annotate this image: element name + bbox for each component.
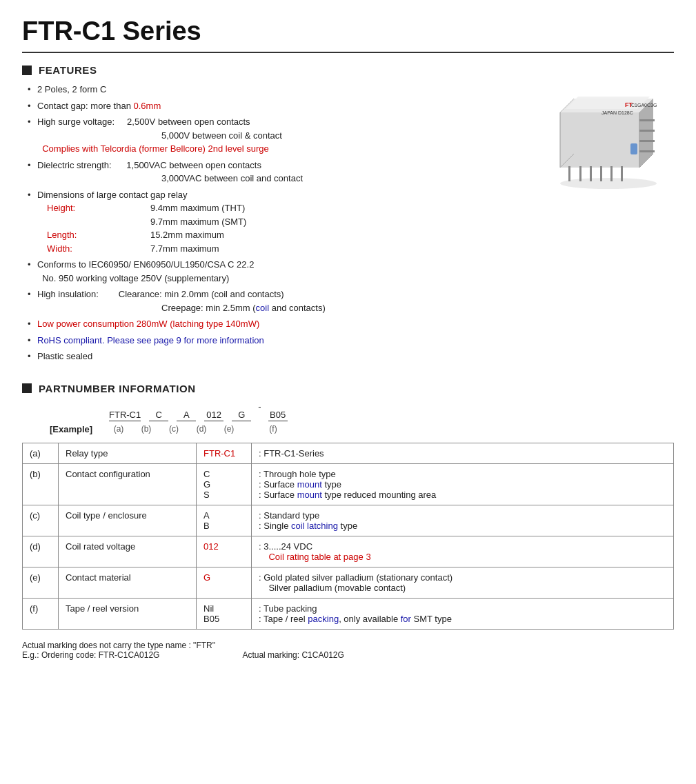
row-e-desc: Contact material (59, 567, 197, 598)
svg-point-0 (560, 178, 657, 189)
pn-value-d: 012 (204, 410, 223, 421)
feature-text-4: Dielectric strength: 1,500VAC between op… (37, 160, 261, 170)
svg-rect-16 (579, 166, 581, 181)
footer-notes: Actual marking does not carry the type n… (22, 641, 674, 660)
pn-part-a: FTR-C1 (105, 410, 145, 423)
table-row-e: (e) Contact material G : Gold plated sil… (23, 567, 674, 598)
pn-values-row: FTR-C1 C A 012 G - B05 (50, 401, 674, 423)
features-list: 2 Poles, 2 form C Contact gap: more than… (22, 83, 450, 363)
feature-text-2: Contact gap: more than 0.6mm (37, 101, 161, 111)
footer-line1: Actual marking does not carry the type n… (22, 641, 674, 650)
footer-actual: Actual marking: C1CA012G (242, 650, 344, 660)
feature-text-7b: Creepage: min 2.5mm (coil and contacts) (37, 303, 326, 313)
pn-letter-e-text: (e) (219, 424, 239, 434)
coil-text-7: coil (256, 303, 270, 313)
feature-item-3: High surge voltage: 2,500V between open … (28, 115, 450, 156)
pn-letter-f: (f) (259, 424, 287, 434)
row-f-id: (f) (23, 598, 59, 629)
feature-item-7: High insulation: Clearance: min 2.0mm (c… (28, 288, 450, 314)
pn-dash: - (255, 401, 264, 423)
row-b-id: (b) (23, 463, 59, 505)
row-f-desc: Tape / reel version (59, 598, 197, 629)
row-b-desc: Contact configuration (59, 463, 197, 505)
svg-rect-19 (610, 166, 613, 181)
pn-part-e: G (228, 410, 255, 423)
pn-icon (22, 383, 32, 393)
svg-rect-17 (590, 166, 592, 181)
svg-rect-4 (560, 112, 639, 168)
dim-height-value: 9.4mm maximum (THT) (150, 201, 450, 215)
pn-header: PARTNUMBER INFORMATION (22, 383, 674, 394)
row-b-code: CGS (197, 463, 252, 505)
feature-text-9: RoHS compliant. Please see page 9 for mo… (37, 335, 264, 345)
row-f-code: NilB05 (197, 598, 252, 629)
svg-rect-22 (639, 130, 655, 132)
pn-letter-b: (b) (132, 424, 160, 434)
row-c-desc: Coil type / enclosure (59, 505, 197, 536)
contact-gap-value: 0.6mm (133, 101, 161, 111)
pn-value-f: B05 (268, 410, 288, 421)
footer-line2: E.g.: Ordering code: FTR-C1CA012G Actual… (22, 650, 674, 660)
pn-example-label-text: [Example] (50, 424, 105, 434)
feature-text-1: 2 Poles, 2 form C (37, 84, 106, 94)
row-d-desc: Coil rated voltage (59, 536, 197, 567)
feature-item-6: Conforms to IEC60950/ EN60950/UL1950/CSA… (28, 258, 450, 285)
pn-table: (a) Relay type FTR-C1 : FTR-C1-Series (b… (22, 443, 674, 630)
pn-letter-b-text: (b) (137, 424, 156, 434)
feature-item-1: 2 Poles, 2 form C (28, 83, 450, 97)
feature-note-3: Complies with Telcordia (former Bellcore… (37, 143, 269, 154)
svg-rect-21 (639, 119, 655, 121)
pn-heading: PARTNUMBER INFORMATION (39, 383, 196, 394)
feature-text-5: Dimensions of large contact gap relay (37, 190, 188, 200)
relay-svg: FT C1GA0C3G JAPAN D128C (519, 68, 670, 192)
row-d-code: 012 (197, 536, 252, 567)
feature-item-10: Plastic sealed (28, 350, 450, 363)
footer-ordering: E.g.: Ordering code: FTR-C1CA012G (22, 650, 159, 660)
page-title: FTR-C1 Series (22, 17, 674, 46)
feature-text-6: Conforms to IEC60950/ EN60950/UL1950/CSA… (37, 259, 254, 270)
pn-part-f: B05 (264, 410, 292, 423)
dim-length-label: Length: (47, 228, 150, 242)
table-row-f: (f) Tape / reel version NilB05 : Tube pa… (23, 598, 674, 629)
row-e-id: (e) (23, 567, 59, 598)
table-row-c: (c) Coil type / enclosure AB : Standard … (23, 505, 674, 536)
table-row-a: (a) Relay type FTR-C1 : FTR-C1-Series (23, 443, 674, 463)
pn-dash-space (243, 424, 259, 434)
svg-rect-23 (639, 140, 655, 142)
pn-value-e: G (232, 410, 251, 421)
pn-letters-row: [Example] (a) (b) (c) (d) (e) (50, 424, 674, 434)
feature-text-10: Plastic sealed (37, 351, 92, 361)
table-row-b: (b) Contact configuration CGS : Through … (23, 463, 674, 505)
feature-item-5: Dimensions of large contact gap relay He… (28, 188, 450, 256)
partnumber-section: PARTNUMBER INFORMATION FTR-C1 C A 012 (22, 383, 674, 630)
dim-height-label: Height: (47, 201, 150, 215)
feature-text-7: High insulation: Clearance: min 2.0mm (c… (37, 289, 284, 299)
dim-width-value: 7.7mm maximum (150, 242, 450, 256)
pn-letter-f-text: (f) (264, 424, 283, 434)
svg-text:C1GA0C3G: C1GA0C3G (631, 103, 657, 108)
features-list-wrap: FEATURES 2 Poles, 2 form C Contact gap: … (22, 64, 450, 366)
relay-image: FT C1GA0C3G JAPAN D128C (515, 64, 674, 195)
pn-value-c: A (177, 410, 196, 421)
feature-text-8: Low power consumption 280mW (latching ty… (37, 319, 259, 329)
svg-rect-18 (600, 166, 602, 181)
table-row-d: (d) Coil rated voltage 012 : 3.....24 VD… (23, 536, 674, 567)
row-c-code: AB (197, 505, 252, 536)
pn-letters: (a) (b) (c) (d) (e) (f) (105, 424, 287, 434)
row-e-meaning: : Gold plated silver palladium (stationa… (252, 567, 674, 598)
pn-value-a: FTR-C1 (109, 410, 141, 421)
pn-part-b: C (145, 410, 172, 423)
svg-text:JAPAN D128C: JAPAN D128C (601, 110, 633, 115)
features-header: FEATURES (22, 64, 450, 76)
pn-example-label (50, 410, 105, 423)
row-d-id: (d) (23, 536, 59, 567)
row-a-id: (a) (23, 443, 59, 463)
svg-rect-24 (639, 150, 655, 152)
feature-item-4: Dielectric strength: 1,500VAC between op… (28, 159, 450, 185)
dim-height-value2: 9.7mm maximum (SMT) (150, 215, 450, 229)
row-d-meaning: : 3.....24 VDC Coil rating table at page… (252, 536, 674, 567)
features-area: FEATURES 2 Poles, 2 form C Contact gap: … (22, 64, 674, 366)
pn-value-b: C (149, 410, 168, 421)
row-a-desc: Relay type (59, 443, 197, 463)
dim-height-label2 (47, 215, 150, 229)
